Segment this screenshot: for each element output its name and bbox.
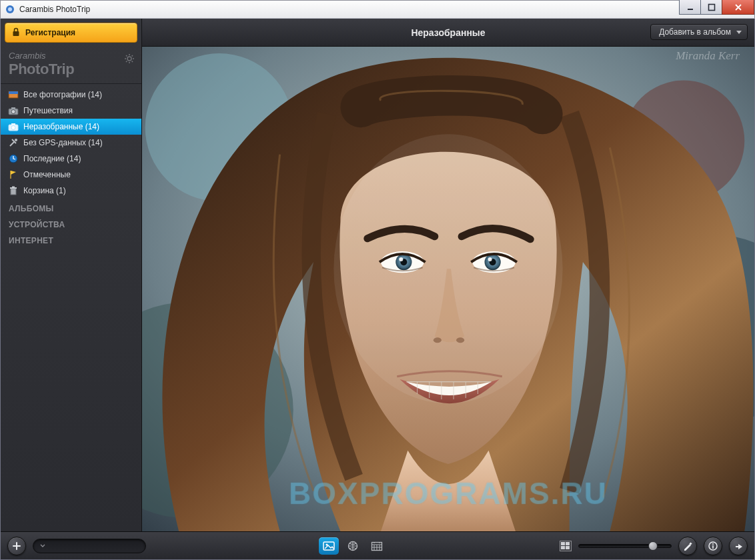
svg-rect-24 bbox=[11, 189, 16, 195]
sidebar-item-travel[interactable]: Путешествия bbox=[1, 103, 141, 119]
svg-point-32 bbox=[333, 134, 562, 403]
zoom-slider[interactable] bbox=[578, 544, 672, 548]
info-icon bbox=[708, 541, 718, 551]
camera-icon bbox=[7, 106, 19, 115]
section-internet[interactable]: ИНТЕРНЕТ bbox=[1, 231, 141, 247]
svg-point-36 bbox=[399, 257, 403, 261]
pencil-icon bbox=[683, 541, 692, 551]
photo-image bbox=[142, 47, 754, 531]
window-titlebar: Carambis PhotoTrip bbox=[0, 0, 755, 19]
registration-button[interactable]: Регистрация bbox=[5, 23, 137, 43]
chevron-down-icon bbox=[736, 31, 742, 34]
share-button[interactable] bbox=[729, 537, 748, 555]
svg-line-10 bbox=[126, 55, 127, 56]
svg-point-20 bbox=[11, 126, 15, 130]
add-to-album-label: Добавить в альбом bbox=[659, 27, 731, 37]
brand-line2: PhotoTrip bbox=[9, 61, 133, 78]
window-controls bbox=[680, 0, 754, 15]
nav-list: Все фотографии (14) Путешествия Неразобр… bbox=[1, 84, 141, 199]
sidebar-item-marked[interactable]: Отмеченные bbox=[1, 167, 141, 183]
app-icon bbox=[5, 4, 15, 15]
photo-viewer[interactable]: Miranda Kerr BOXPROGRAMS.RU bbox=[142, 47, 754, 531]
close-button[interactable] bbox=[722, 0, 754, 15]
photos-icon bbox=[7, 90, 19, 99]
svg-point-40 bbox=[488, 257, 492, 261]
window-title: Carambis PhotoTrip bbox=[19, 5, 90, 14]
sidebar-item-all-photos[interactable]: Все фотографии (14) bbox=[1, 87, 141, 103]
svg-rect-18 bbox=[11, 107, 15, 109]
nav-label: Без GPS-данных (14) bbox=[23, 138, 103, 147]
nav-label: Путешествия bbox=[23, 106, 73, 115]
globe-icon bbox=[347, 540, 359, 552]
thumbnail-toggle[interactable] bbox=[560, 541, 572, 551]
sidebar-item-no-gps[interactable]: Без GPS-данных (14) bbox=[1, 135, 141, 151]
nav-label: Отмеченные bbox=[23, 170, 71, 179]
view-mode-group bbox=[153, 537, 553, 555]
section-devices[interactable]: УСТРОЙСТВА bbox=[1, 215, 141, 231]
svg-point-42 bbox=[456, 337, 464, 343]
svg-point-17 bbox=[11, 110, 15, 114]
flag-icon bbox=[7, 169, 19, 180]
footer-toolbar bbox=[1, 531, 754, 559]
maximize-button[interactable] bbox=[700, 0, 722, 15]
lock-icon bbox=[12, 27, 20, 39]
svg-point-51 bbox=[712, 543, 714, 544]
main-area: Неразобранные Добавить в альбом bbox=[142, 19, 754, 531]
search-field[interactable] bbox=[33, 539, 146, 553]
sidebar-item-trash[interactable]: Корзина (1) bbox=[1, 183, 141, 199]
sidebar-item-recent[interactable]: Последние (14) bbox=[1, 151, 141, 167]
nav-label: Все фотографии (14) bbox=[23, 90, 102, 99]
add-button[interactable] bbox=[7, 537, 26, 555]
svg-rect-21 bbox=[11, 123, 15, 125]
minimize-button[interactable] bbox=[679, 0, 701, 15]
gear-icon[interactable] bbox=[124, 53, 135, 66]
main-header: Неразобранные Добавить в альбом bbox=[142, 19, 754, 47]
trash-icon bbox=[7, 185, 19, 196]
info-button[interactable] bbox=[704, 537, 722, 555]
registration-label: Регистрация bbox=[25, 28, 75, 37]
clock-icon bbox=[7, 153, 19, 164]
svg-point-22 bbox=[15, 139, 17, 141]
svg-rect-15 bbox=[9, 91, 18, 94]
svg-rect-52 bbox=[712, 545, 714, 549]
svg-point-5 bbox=[127, 57, 131, 61]
plus-icon bbox=[12, 541, 21, 551]
svg-rect-3 bbox=[708, 4, 714, 10]
image-icon bbox=[323, 541, 335, 551]
sidebar: Регистрация Carambis PhotoTrip Все фотог… bbox=[1, 19, 142, 531]
view-mode-globe[interactable] bbox=[343, 537, 363, 555]
camera-icon bbox=[7, 122, 19, 131]
svg-point-41 bbox=[434, 337, 442, 343]
svg-rect-2 bbox=[688, 9, 693, 10]
calendar-icon bbox=[371, 541, 383, 551]
search-input[interactable] bbox=[45, 541, 140, 551]
view-mode-photo[interactable] bbox=[319, 537, 339, 555]
section-albums[interactable]: АЛЬБОМЫ bbox=[1, 199, 141, 215]
zoom-slider-knob[interactable] bbox=[648, 541, 658, 551]
brand-block: Carambis PhotoTrip bbox=[1, 47, 141, 84]
app-frame: Регистрация Carambis PhotoTrip Все фотог… bbox=[0, 19, 755, 560]
svg-point-1 bbox=[8, 7, 12, 11]
nav-label: Корзина (1) bbox=[23, 186, 66, 195]
nav-label: Последние (14) bbox=[23, 154, 81, 163]
tools-icon bbox=[7, 137, 19, 148]
chevron-down-icon bbox=[40, 541, 45, 551]
svg-line-13 bbox=[132, 55, 133, 56]
share-icon bbox=[734, 541, 744, 551]
svg-rect-4 bbox=[13, 31, 19, 36]
brand-line1: Carambis bbox=[9, 51, 133, 61]
svg-line-12 bbox=[126, 61, 127, 62]
edit-button[interactable] bbox=[678, 537, 697, 555]
add-to-album-button[interactable]: Добавить в альбом bbox=[650, 24, 748, 40]
nav-label: Неразобранные (14) bbox=[23, 122, 99, 131]
svg-rect-26 bbox=[12, 187, 15, 188]
sidebar-item-unsorted[interactable]: Неразобранные (14) bbox=[1, 119, 141, 135]
svg-line-11 bbox=[132, 61, 133, 62]
view-mode-calendar[interactable] bbox=[367, 537, 387, 555]
